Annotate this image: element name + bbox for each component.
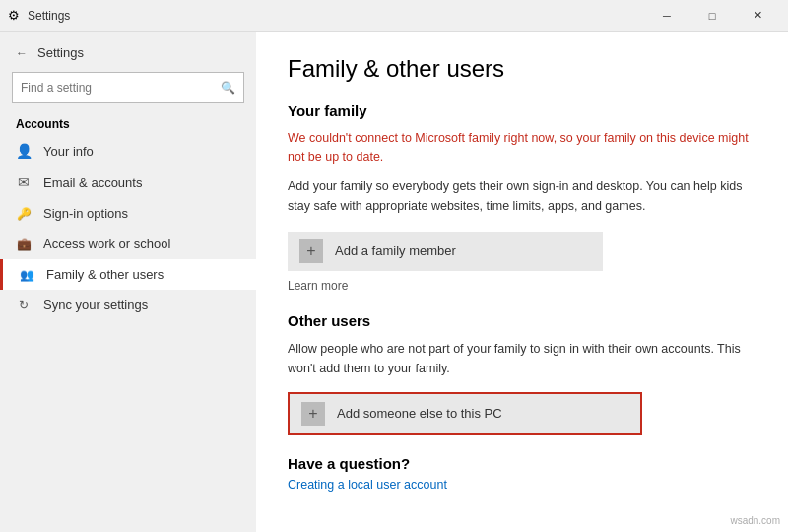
close-button[interactable]: ✕ xyxy=(735,0,780,32)
your-family-title: Your family xyxy=(288,102,756,119)
your-family-section: Your family We couldn't connect to Micro… xyxy=(288,102,756,293)
search-icon[interactable]: 🔍 xyxy=(221,81,235,95)
add-someone-label: Add someone else to this PC xyxy=(337,406,502,421)
add-someone-button[interactable]: + Add someone else to this PC xyxy=(288,392,642,435)
sidebar-item-your-info[interactable]: 👤 Your info xyxy=(0,135,256,166)
family-icon: 👥 xyxy=(19,268,34,282)
plus-icon: + xyxy=(301,402,325,426)
back-button[interactable]: ← Settings xyxy=(0,39,256,66)
family-description: Add your family so everybody gets their … xyxy=(288,176,756,216)
signin-icon: 🔑 xyxy=(16,207,32,221)
sidebar-item-label: Email & accounts xyxy=(43,175,142,190)
sidebar-item-sync-settings[interactable]: ↻ Sync your settings xyxy=(0,290,256,320)
other-users-section: Other users Allow people who are not par… xyxy=(288,312,756,435)
sidebar-item-sign-in[interactable]: 🔑 Sign-in options xyxy=(0,198,256,229)
page-title: Family & other users xyxy=(288,55,756,83)
sidebar-item-label: Sync your settings xyxy=(43,298,148,312)
sidebar-item-label: Access work or school xyxy=(43,236,170,251)
titlebar-title: Settings xyxy=(28,9,70,23)
app-body: ← Settings 🔍 Accounts 👤 Your info ✉ Emai… xyxy=(0,32,788,532)
your-info-icon: 👤 xyxy=(16,143,32,159)
titlebar: ⚙ Settings ─ □ ✕ xyxy=(0,0,788,32)
other-users-description: Allow people who are not part of your fa… xyxy=(288,339,756,378)
email-icon: ✉ xyxy=(16,174,32,190)
sidebar-item-family-users[interactable]: 👥 Family & other users xyxy=(0,259,256,290)
search-input[interactable] xyxy=(21,81,221,95)
titlebar-controls: ─ □ ✕ xyxy=(644,0,780,32)
sidebar-section-label: Accounts xyxy=(0,109,256,135)
back-label: Settings xyxy=(37,45,84,60)
add-family-member-button[interactable]: + Add a family member xyxy=(288,232,603,271)
learn-more-link[interactable]: Learn more xyxy=(288,279,756,293)
sidebar-item-label: Sign-in options xyxy=(43,206,128,221)
sidebar-item-email-accounts[interactable]: ✉ Email & accounts xyxy=(0,166,256,198)
maximize-button[interactable]: □ xyxy=(690,0,735,32)
sidebar-item-label: Your info xyxy=(43,144,94,159)
have-question-title: Have a question? xyxy=(288,455,756,472)
other-users-title: Other users xyxy=(288,312,756,329)
work-icon: 💼 xyxy=(16,237,32,251)
family-error-text: We couldn't connect to Microsoft family … xyxy=(288,129,756,166)
sidebar: ← Settings 🔍 Accounts 👤 Your info ✉ Emai… xyxy=(0,32,256,532)
plus-icon: + xyxy=(299,239,323,263)
watermark: wsadn.com xyxy=(730,515,780,526)
back-arrow-icon: ← xyxy=(16,46,28,60)
minimize-button[interactable]: ─ xyxy=(644,0,690,32)
local-user-account-link[interactable]: Creating a local user account xyxy=(288,478,756,492)
sidebar-item-work-school[interactable]: 💼 Access work or school xyxy=(0,229,256,259)
settings-icon: ⚙ xyxy=(8,8,20,23)
sidebar-item-label: Family & other users xyxy=(46,267,164,282)
content-area: Family & other users Your family We coul… xyxy=(256,32,788,532)
titlebar-left: ⚙ Settings xyxy=(8,8,70,23)
add-family-label: Add a family member xyxy=(335,243,456,258)
have-question-section: Have a question? Creating a local user a… xyxy=(288,455,756,492)
sync-icon: ↻ xyxy=(16,299,32,312)
search-box[interactable]: 🔍 xyxy=(12,72,244,103)
